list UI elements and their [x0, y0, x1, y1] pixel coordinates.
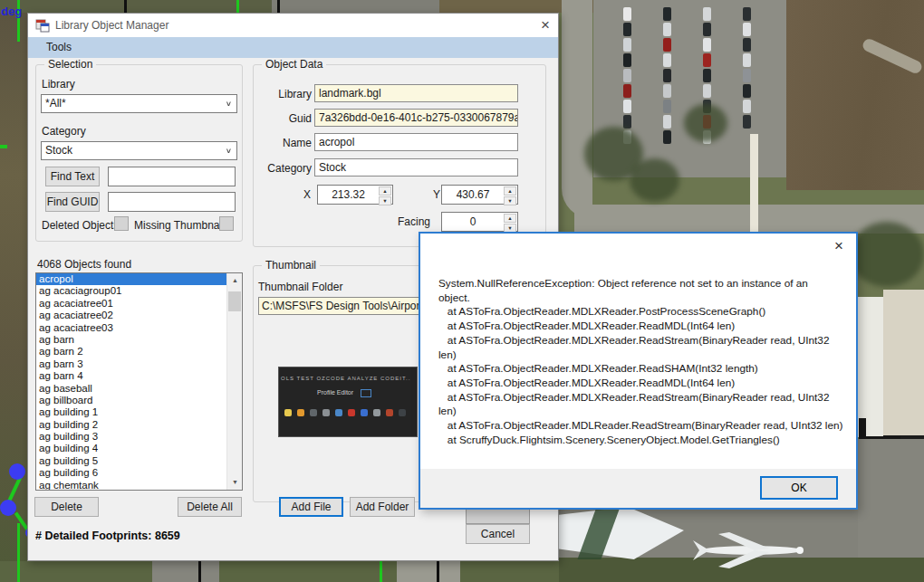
title-bar[interactable]: Library Object Manager ×: [28, 14, 558, 37]
list-item[interactable]: ag building 6: [36, 467, 226, 479]
tree: [630, 158, 679, 202]
marker-line-green: [17, 523, 20, 582]
preview-toolbar-text: Profile Editor: [317, 389, 371, 397]
vertex-dot[interactable]: [9, 463, 25, 480]
missing-thumbnail-label: Missing Thumbnail: [134, 219, 225, 232]
category-field[interactable]: Stock: [314, 158, 518, 177]
grass-strip: [0, 561, 559, 582]
y-label: Y: [433, 188, 440, 201]
thumbnail-group-label: Thumbnail: [262, 259, 320, 272]
small-airplane: [684, 523, 820, 577]
list-item[interactable]: ag acaciatree01: [36, 298, 226, 310]
spin-up-icon[interactable]: ▲: [504, 186, 516, 196]
selection-group-label: Selection: [44, 58, 96, 71]
category-filter-dropdown[interactable]: Stock ∨: [41, 141, 237, 160]
close-icon[interactable]: ×: [834, 237, 843, 255]
add-folder-button[interactable]: Add Folder: [350, 497, 415, 517]
guid-field[interactable]: 7a326bdd-0e16-401c-b275-0330067879a4: [314, 109, 518, 127]
list-item[interactable]: ag building 3: [36, 431, 226, 443]
y-value: 430.67: [442, 186, 504, 204]
add-file-button[interactable]: Add File: [279, 497, 343, 517]
list-item[interactable]: ag barn 4: [36, 370, 226, 382]
list-item[interactable]: ag building 5: [36, 455, 226, 467]
parked-cars: [623, 7, 631, 21]
deleted-objects-checkbox[interactable]: [114, 216, 129, 231]
library-field[interactable]: landmark.bgl: [314, 84, 518, 102]
name-field-label: Name: [255, 137, 312, 149]
list-item[interactable]: ag barn 2: [36, 346, 226, 358]
objects-found-count: 4068 Objects found: [37, 258, 131, 271]
menu-item-tools[interactable]: Tools: [41, 37, 77, 58]
list-item[interactable]: ag baseball: [36, 383, 226, 395]
find-text-button[interactable]: Find Text: [45, 167, 100, 186]
find-guid-input[interactable]: [108, 192, 236, 212]
list-item[interactable]: ag billboard: [36, 395, 226, 406]
name-field[interactable]: acropol: [314, 133, 518, 151]
spin-down-icon[interactable]: ▼: [504, 196, 516, 205]
preview-toolbar-icons: [284, 409, 292, 416]
delete-button[interactable]: Delete: [34, 497, 99, 517]
list-item[interactable]: ag chemtank: [36, 480, 226, 491]
category-field-label: Category: [255, 162, 312, 175]
list-item[interactable]: ag building 1: [36, 406, 226, 418]
list-item[interactable]: ag acaciagroup01: [36, 285, 226, 297]
objects-list: acropolag acaciagroup01ag acaciatree01ag…: [36, 273, 226, 490]
window-title: Library Object Manager: [55, 14, 168, 37]
library-filter-label: Library: [42, 78, 75, 91]
spin-up-icon[interactable]: ▲: [379, 186, 391, 196]
menu-bar: Tools: [28, 37, 558, 58]
x-label: X: [303, 188, 311, 201]
exception-message: System.NullReferenceException: Object re…: [438, 277, 852, 447]
road-patch: [152, 561, 219, 582]
road-patch: [397, 561, 460, 582]
x-spinner[interactable]: 213.32 ▲ ▼: [317, 185, 393, 205]
list-item[interactable]: ag barn 3: [36, 358, 226, 370]
tree: [850, 222, 924, 287]
spin-down-icon[interactable]: ▼: [379, 196, 391, 205]
chevron-down-icon: ∨: [226, 97, 232, 110]
library-filter-value: *All*: [45, 97, 66, 110]
missing-thumbnail-checkbox[interactable]: [219, 216, 234, 231]
building-roof: [858, 297, 885, 437]
app-icon: [35, 18, 50, 33]
marker-line-black: [198, 558, 201, 582]
find-text-input[interactable]: [108, 167, 236, 186]
category-filter-value: Stock: [45, 144, 72, 157]
scroll-up-icon[interactable]: ▲: [227, 273, 243, 288]
list-item[interactable]: ag building 4: [36, 443, 226, 454]
close-icon[interactable]: ×: [533, 14, 558, 37]
spin-up-icon[interactable]: ▲: [504, 214, 516, 223]
x-value: 213.32: [318, 186, 379, 204]
selection-group: Selection Library *All* ∨ Category Stock…: [35, 64, 243, 242]
scroll-down-icon[interactable]: ▼: [227, 475, 243, 490]
preview-toolbar-box: [361, 389, 371, 397]
ok-button[interactable]: OK: [760, 476, 838, 500]
deg-label: deg: [1, 5, 22, 18]
find-guid-button[interactable]: Find GUID: [45, 192, 100, 212]
list-scrollbar[interactable]: ▲ ▼: [226, 273, 242, 490]
marker-tick-green: [0, 145, 7, 148]
scrollbar-thumb[interactable]: [228, 291, 241, 311]
road: [272, 0, 439, 13]
category-filter-label: Category: [42, 125, 86, 138]
list-item[interactable]: ag barn: [36, 334, 226, 346]
list-item[interactable]: ag acaciatree03: [36, 322, 226, 334]
list-item[interactable]: ag building 2: [36, 419, 226, 431]
facing-spinner[interactable]: 0 ▲ ▼: [441, 212, 518, 232]
tarmac: [858, 439, 924, 570]
y-spinner[interactable]: 430.67 ▲ ▼: [441, 185, 518, 205]
building-roof: [883, 290, 924, 439]
deleted-objects-label: Deleted Objects: [42, 219, 119, 232]
vertex-dot[interactable]: [0, 500, 16, 516]
list-item[interactable]: acropol: [36, 273, 226, 285]
library-filter-dropdown[interactable]: *All* ∨: [41, 94, 237, 113]
marker-line-black: [437, 558, 439, 582]
cancel-button[interactable]: Cancel: [466, 524, 530, 544]
facing-value: 0: [442, 213, 504, 231]
brown-field: [786, 0, 924, 190]
library-field-label: Library: [255, 88, 312, 100]
tree: [684, 104, 727, 142]
list-item[interactable]: ag acaciatree02: [36, 310, 226, 321]
delete-all-button[interactable]: Delete All: [178, 497, 242, 517]
chevron-down-icon: ∨: [226, 144, 232, 157]
